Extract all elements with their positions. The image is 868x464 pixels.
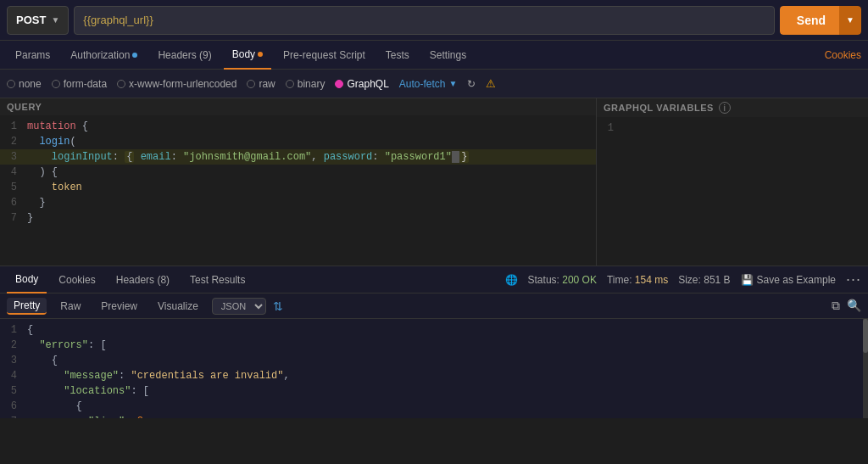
radio-none	[7, 80, 15, 88]
tab-prerequest[interactable]: Pre-request Script	[275, 41, 374, 70]
main-content: QUERY 1 mutation { 2 login( 3 loginInput…	[0, 98, 868, 266]
sort-icon[interactable]: ⇅	[273, 299, 283, 313]
query-line-4: 4 ) {	[0, 165, 596, 180]
fmt-raw[interactable]: Raw	[53, 299, 87, 314]
variables-panel-header: GRAPHQL VARIABLES i	[597, 98, 868, 117]
body-dot	[258, 52, 263, 57]
response-format-bar: Pretty Raw Preview Visualize JSON XML HT…	[0, 293, 868, 319]
radio-raw	[247, 80, 255, 88]
scroll-thumb	[863, 319, 868, 353]
cookies-link[interactable]: Cookies	[825, 49, 861, 61]
send-dropdown-button[interactable]: ▼	[839, 6, 861, 35]
query-line-6: 6 }	[0, 195, 596, 210]
copy-icon[interactable]: ⧉	[832, 299, 840, 313]
body-type-binary[interactable]: binary	[286, 78, 326, 90]
radio-graphql	[335, 80, 343, 88]
fmt-pretty[interactable]: Pretty	[7, 298, 47, 315]
method-chevron-icon: ▼	[51, 15, 59, 25]
var-line-1: 1	[597, 120, 868, 136]
response-actions: ⧉ 🔍	[832, 299, 861, 313]
auth-dot	[132, 53, 137, 58]
response-code-area[interactable]: 1 { 2 "errors": [ 3 { 4 "message": "cred…	[0, 319, 868, 418]
auto-fetch-toggle[interactable]: Auto-fetch ▼	[399, 78, 458, 90]
radio-urlencoded	[117, 80, 125, 88]
globe-icon: 🌐	[505, 274, 518, 286]
body-type-bar: none form-data x-www-form-urlencoded raw…	[0, 70, 868, 98]
query-line-5: 5 token	[0, 180, 596, 195]
top-bar: POST ▼ Send ▼	[0, 0, 868, 41]
resp-line-6: 6 {	[0, 399, 868, 414]
autofetch-chevron-icon: ▼	[449, 79, 458, 88]
time-value: 154 ms	[635, 274, 668, 286]
resp-line-2: 2 "errors": [	[0, 338, 868, 353]
save-example-button[interactable]: 💾 Save as Example	[741, 274, 836, 286]
send-chevron-icon: ▼	[846, 15, 854, 25]
body-type-form-data[interactable]: form-data	[52, 78, 107, 90]
resp-line-7: 7 "line": 2,	[0, 414, 868, 418]
save-icon: 💾	[741, 274, 754, 286]
format-select[interactable]: JSON XML HTML Text	[212, 298, 266, 315]
tab-params[interactable]: Params	[7, 41, 58, 70]
resp-line-3: 3 {	[0, 353, 868, 368]
method-selector[interactable]: POST ▼	[7, 6, 69, 35]
variables-panel: GRAPHQL VARIABLES i 1	[597, 98, 868, 266]
query-editor[interactable]: 1 mutation { 2 login( 3 loginInput: { em…	[0, 115, 596, 266]
resp-tab-headers[interactable]: Headers (8)	[108, 266, 178, 293]
variables-info-icon[interactable]: i	[719, 102, 731, 114]
resp-tab-cookies[interactable]: Cookies	[50, 266, 103, 293]
query-line-2: 2 login(	[0, 134, 596, 149]
resp-line-5: 5 "locations": [	[0, 383, 868, 399]
query-line-7: 7 }	[0, 210, 596, 226]
body-type-urlencoded[interactable]: x-www-form-urlencoded	[117, 78, 236, 90]
search-icon[interactable]: 🔍	[847, 299, 861, 313]
query-line-3: 3 loginInput: { email: "johnsmith@gmail.…	[0, 149, 596, 165]
time-label: Time: 154 ms	[607, 274, 668, 286]
request-tab-nav: Params Authorization Headers (9) Body Pr…	[0, 41, 868, 70]
response-area: Body Cookies Headers (8) Test Results 🌐 …	[0, 266, 868, 418]
body-type-graphql[interactable]: GraphQL	[335, 78, 388, 90]
url-input[interactable]	[74, 6, 775, 35]
variables-editor[interactable]: 1	[597, 117, 868, 266]
size-value: 851 B	[704, 274, 730, 286]
body-type-raw[interactable]: raw	[247, 78, 275, 90]
resp-tab-body[interactable]: Body	[7, 266, 47, 293]
query-panel-header: QUERY	[0, 98, 596, 115]
resp-line-4: 4 "message": "credentials are invalid",	[0, 368, 868, 383]
tab-authorization[interactable]: Authorization	[62, 41, 146, 70]
tab-tests[interactable]: Tests	[377, 41, 418, 70]
resp-line-1: 1 {	[0, 322, 868, 338]
query-line-1: 1 mutation {	[0, 119, 596, 134]
more-options-button[interactable]: ···	[846, 271, 861, 288]
fmt-preview[interactable]: Preview	[94, 299, 144, 314]
tab-headers[interactable]: Headers (9)	[149, 41, 220, 70]
response-status: 🌐 Status: 200 OK Time: 154 ms Size: 851 …	[505, 271, 861, 288]
warning-icon: ⚠	[486, 77, 496, 90]
fmt-visualize[interactable]: Visualize	[151, 299, 205, 314]
scroll-indicator	[863, 319, 868, 418]
send-button[interactable]: Send	[780, 6, 843, 35]
resp-tab-test-results[interactable]: Test Results	[181, 266, 253, 293]
status-value: 200 OK	[562, 274, 597, 286]
method-label: POST	[16, 14, 46, 26]
response-tab-bar: Body Cookies Headers (8) Test Results 🌐 …	[0, 266, 868, 293]
refresh-icon[interactable]: ↻	[467, 78, 476, 90]
tab-body[interactable]: Body	[224, 41, 271, 70]
radio-form-data	[52, 80, 60, 88]
query-panel: QUERY 1 mutation { 2 login( 3 loginInput…	[0, 98, 597, 266]
size-label: Size: 851 B	[678, 274, 730, 286]
status-label: Status: 200 OK	[528, 274, 597, 286]
radio-binary	[286, 80, 294, 88]
tab-settings[interactable]: Settings	[421, 41, 475, 70]
body-type-none[interactable]: none	[7, 78, 42, 90]
